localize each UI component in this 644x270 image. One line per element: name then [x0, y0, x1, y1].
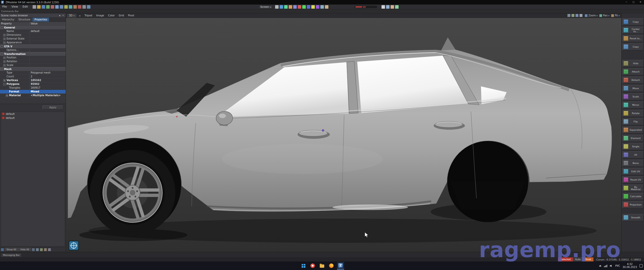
- viewport-menu-item[interactable]: Tripod: [83, 13, 94, 18]
- tool-button[interactable]: Element: [622, 135, 643, 142]
- tool-button[interactable]: Scale: [622, 93, 643, 100]
- panel-header[interactable]: Scene nodes browser: [0, 13, 66, 18]
- camera-icon[interactable]: [575, 14, 579, 17]
- expand-toggle-icon[interactable]: -: [1, 45, 3, 48]
- viewport-menu-item[interactable]: Pivot: [126, 13, 136, 18]
- viewport-menu-item[interactable]: Grid: [117, 13, 126, 18]
- panel-tab[interactable]: Structure: [16, 18, 32, 22]
- viewport-canvas[interactable]: [66, 18, 621, 252]
- undo-icon[interactable]: [55, 5, 59, 9]
- firefox-button[interactable]: [328, 262, 335, 269]
- property-row[interactable]: - Polygons 95942: [0, 82, 66, 86]
- tool-button[interactable]: None: [622, 160, 643, 167]
- start-button[interactable]: [300, 262, 307, 269]
- network-icon[interactable]: [604, 264, 607, 267]
- shading-icon[interactable]: [325, 5, 329, 9]
- axis-y-icon[interactable]: [302, 5, 306, 9]
- expand-toggle-icon[interactable]: -: [1, 26, 3, 29]
- expand-toggle-icon[interactable]: +: [3, 79, 6, 82]
- notification-center-icon[interactable]: [639, 264, 643, 267]
- property-row[interactable]: + Appearance: [0, 41, 66, 45]
- import-icon[interactable]: [46, 5, 50, 9]
- sort-icon[interactable]: [36, 248, 39, 251]
- filter-icon[interactable]: [32, 248, 35, 251]
- minimize-button[interactable]: [623, 0, 630, 5]
- tool-button[interactable]: Move: [622, 85, 643, 92]
- scale-icon[interactable]: [289, 5, 292, 9]
- tool-button[interactable]: Separated: [622, 126, 643, 133]
- tool-button[interactable]: All: [622, 151, 643, 158]
- property-row[interactable]: Options...: [0, 48, 66, 52]
- tool-button[interactable]: Hide: [622, 60, 643, 67]
- local-axes-icon[interactable]: [311, 5, 315, 9]
- property-row[interactable]: - Mesh: [0, 67, 66, 71]
- visibility-button[interactable]: Hide All: [19, 248, 31, 251]
- property-row[interactable]: - Transformation: [0, 52, 66, 56]
- property-row[interactable]: + Position: [0, 56, 66, 60]
- tool-button[interactable]: Projection: [622, 201, 643, 208]
- grid-toggle-icon[interactable]: [567, 14, 571, 17]
- tool-button[interactable]: Single: [622, 143, 643, 150]
- tool-button[interactable]: Reset UV: [622, 176, 643, 183]
- tool-button[interactable]: Detach: [622, 77, 643, 84]
- menu-item[interactable]: Edit: [20, 5, 30, 9]
- list-item[interactable]: default: [1, 112, 65, 116]
- tool-button[interactable]: By Material: [622, 185, 643, 192]
- copy-icon[interactable]: [69, 5, 72, 9]
- tool-button[interactable]: Center to...: [622, 27, 643, 34]
- expand-toggle-icon[interactable]: +: [3, 38, 6, 40]
- rotate-icon[interactable]: [284, 5, 288, 9]
- expand-toggle-icon[interactable]: -: [1, 53, 3, 55]
- symmetry-icon[interactable]: [316, 5, 319, 9]
- property-row[interactable]: Count 2: [0, 75, 66, 79]
- browser-app-button[interactable]: [309, 262, 316, 269]
- viewport-settings-icon[interactable]: [579, 14, 583, 17]
- property-row[interactable]: + Dimensions: [0, 33, 66, 37]
- expand-toggle-icon[interactable]: +: [3, 42, 6, 44]
- panel-pin-icon[interactable]: [58, 14, 61, 17]
- select-icon[interactable]: [275, 5, 279, 9]
- tool-button[interactable]: Reset to...: [622, 35, 643, 42]
- settings-icon[interactable]: [82, 5, 86, 9]
- refresh-icon[interactable]: [40, 248, 43, 251]
- view-control[interactable]: Zoom: [584, 14, 598, 17]
- tool-button[interactable]: Edit UV: [622, 168, 643, 175]
- back-arrow-icon[interactable]: [78, 14, 81, 17]
- tool-button[interactable]: Copy: [622, 18, 643, 25]
- language-indicator[interactable]: РУС: [615, 264, 620, 267]
- maximize-button[interactable]: [630, 0, 637, 5]
- tool-button[interactable]: Rotate: [622, 110, 643, 117]
- tool-button[interactable]: Copy: [622, 43, 643, 50]
- visibility-icon[interactable]: [1, 248, 4, 251]
- speaker-icon[interactable]: [610, 264, 613, 267]
- property-row[interactable]: + Vertices 105342: [0, 79, 66, 82]
- property-row[interactable]: Type Polygonal mesh: [0, 71, 66, 75]
- tool-button[interactable]: Smooth: [622, 214, 643, 221]
- axis-z-icon[interactable]: [307, 5, 310, 9]
- property-row[interactable]: - GTA V: [0, 45, 66, 48]
- panel-close-icon[interactable]: [61, 14, 65, 17]
- viewport-menu-item[interactable]: Color: [106, 13, 117, 18]
- view-control[interactable]: Pan: [599, 14, 610, 17]
- expand-toggle-icon[interactable]: -: [1, 68, 3, 70]
- expand-toggle-icon[interactable]: +: [3, 57, 6, 59]
- panel-tab[interactable]: Properties: [32, 18, 50, 22]
- menu-item[interactable]: File: [0, 5, 9, 9]
- column-header-value[interactable]: Value: [30, 22, 66, 25]
- export-icon[interactable]: [51, 5, 54, 9]
- view-control[interactable]: Fit: [611, 14, 620, 17]
- expand-toggle-icon[interactable]: +: [3, 64, 6, 66]
- viewport-menu-item[interactable]: Image: [94, 13, 106, 18]
- delete-icon[interactable]: [78, 5, 82, 9]
- property-row[interactable]: + Scale: [0, 63, 66, 67]
- expand-toggle-icon[interactable]: +: [3, 60, 6, 63]
- link-icon[interactable]: [44, 248, 47, 251]
- property-row[interactable]: - General: [0, 26, 66, 29]
- list-item[interactable]: default: [1, 116, 65, 120]
- objects-mode-icon[interactable]: [395, 5, 399, 9]
- tool-button[interactable]: Attach: [622, 68, 643, 75]
- tool-button[interactable]: Mirror: [622, 102, 643, 109]
- messaging-bar-tab[interactable]: Messaging Bar: [1, 253, 22, 257]
- expand-toggle-icon[interactable]: -: [3, 83, 6, 85]
- property-row[interactable]: + Material <Multiple Materials>: [0, 94, 66, 97]
